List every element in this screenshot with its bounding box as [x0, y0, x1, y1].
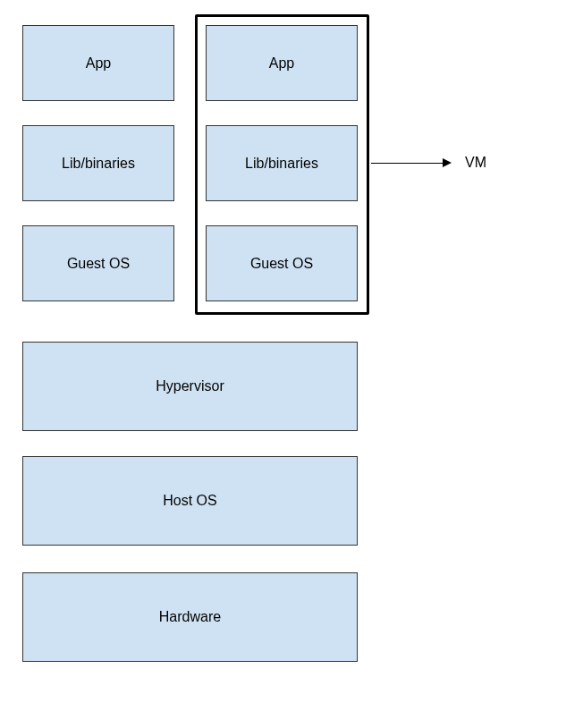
- hostos-box: Host OS: [22, 456, 358, 546]
- stack1-app-box: App: [22, 25, 174, 101]
- stack2-lib-box: Lib/binaries: [206, 125, 358, 201]
- stack2-guestos-box: Guest OS: [206, 225, 358, 301]
- vm-arrow-line: [371, 163, 443, 164]
- vm-arrow-head-icon: [443, 158, 452, 167]
- vm-label: VM: [465, 155, 486, 171]
- hardware-box: Hardware: [22, 572, 358, 662]
- stack2-app-box: App: [206, 25, 358, 101]
- stack1-lib-box: Lib/binaries: [22, 125, 174, 201]
- stack1-guestos-box: Guest OS: [22, 225, 174, 301]
- hypervisor-box: Hypervisor: [22, 342, 358, 431]
